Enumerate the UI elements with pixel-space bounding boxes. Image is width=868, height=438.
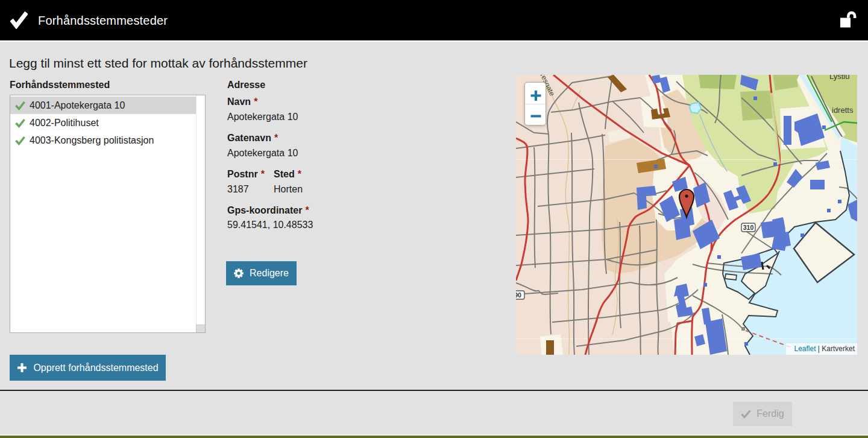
svg-text:90: 90 — [516, 291, 521, 299]
svg-text:310: 310 — [743, 224, 754, 231]
svg-text:idretts: idretts — [832, 106, 854, 115]
svg-text:Lystlu: Lystlu — [829, 75, 849, 81]
